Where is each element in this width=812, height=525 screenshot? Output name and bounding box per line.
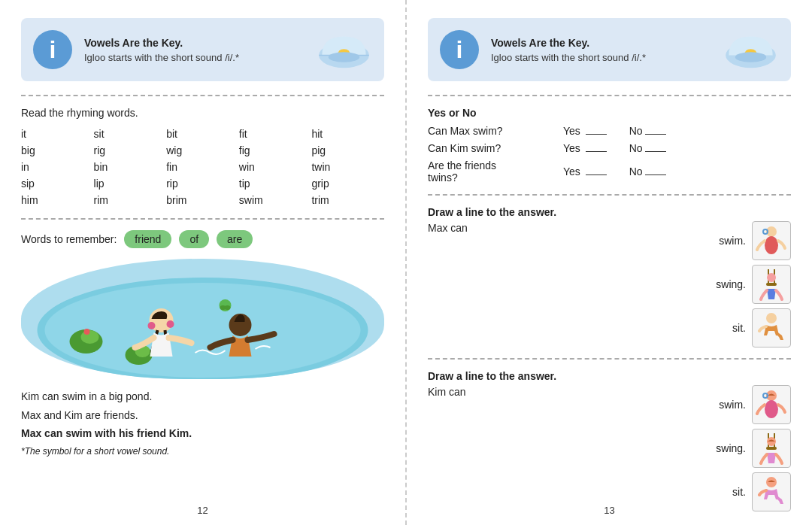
- yes-no-heading: Yes or No: [428, 107, 791, 119]
- max-swim-row: swim.: [708, 221, 791, 260]
- draw-subject-kim: Kim can: [428, 385, 708, 399]
- draw-line-kim: Draw a line to the answer. Kim can swim.: [428, 370, 791, 511]
- divider-2: [21, 218, 384, 220]
- question-2: Can Kim swim?: [428, 142, 563, 154]
- svg-point-31: [765, 400, 778, 418]
- question-3: Are the friendstwins?: [428, 159, 563, 184]
- blank-yes-3[interactable]: [586, 174, 607, 175]
- sentences: Kim can swim in a big pond. Max and Kim …: [21, 390, 384, 458]
- wtr-word-friend: friend: [124, 230, 171, 248]
- answer-no-2: No: [629, 142, 666, 154]
- max-swim-img: [752, 221, 791, 260]
- header-text-left: Vowels Are the Key. Igloo starts with th…: [84, 37, 316, 63]
- divider-right-1: [428, 95, 791, 96]
- right-header: i Vowels Are the Key. Igloo starts with …: [428, 18, 791, 81]
- wtr-word-are: are: [217, 230, 253, 248]
- draw-line-max-content: Max can swim.: [428, 221, 791, 347]
- svg-point-29: [766, 313, 777, 323]
- kim-swing-label: swing.: [708, 442, 746, 454]
- answer-yes-2: Yes: [563, 142, 607, 154]
- max-swim-label: swim.: [708, 235, 746, 247]
- max-sit-row: sit.: [708, 308, 791, 347]
- divider-right-2: [428, 194, 791, 196]
- max-sit-label: sit.: [708, 322, 746, 334]
- svg-point-16: [167, 320, 174, 328]
- blank-no-3[interactable]: [645, 174, 666, 175]
- kim-swim-img: [752, 385, 791, 424]
- question-1: Can Max swim?: [428, 125, 563, 137]
- kim-swing-row: swing.: [708, 429, 791, 468]
- draw-line-kim-heading: Draw a line to the answer.: [428, 370, 791, 382]
- pond-illustration: [21, 259, 384, 379]
- header-subtitle-right: Igloo starts with the short sound /i/.*: [491, 52, 723, 63]
- svg-point-13: [225, 305, 231, 310]
- svg-point-2: [329, 52, 360, 62]
- igloo-right: [723, 27, 779, 72]
- svg-point-20: [735, 52, 767, 62]
- rhyming-table: itsitbitfithit bigrigwigfigpig inbinfinw…: [21, 126, 384, 208]
- answer-yes-1: Yes: [563, 125, 607, 137]
- svg-point-15: [148, 322, 156, 329]
- sentence-2: Max and Kim are friends.: [21, 408, 384, 423]
- svg-point-33: [763, 393, 768, 398]
- subject-kim: Kim can: [428, 386, 466, 398]
- draw-subject-max: Max can: [428, 221, 708, 235]
- kim-sit-row: sit.: [708, 472, 791, 511]
- kim-swim-row: swim.: [708, 385, 791, 424]
- svg-rect-27: [766, 283, 777, 286]
- page-number-right: 13: [604, 505, 614, 516]
- right-page: i Vowels Are the Key. Igloo starts with …: [407, 0, 812, 525]
- blank-no-2[interactable]: [645, 151, 666, 152]
- divider-1: [21, 95, 384, 96]
- svg-point-28: [767, 273, 776, 282]
- draw-line-max-heading: Draw a line to the answer.: [428, 206, 791, 218]
- svg-point-22: [765, 236, 778, 254]
- svg-point-24: [763, 229, 768, 234]
- svg-rect-36: [766, 447, 777, 450]
- yes-no-section: Yes or No Can Max swim? Yes No Can Kim s…: [428, 107, 791, 184]
- wtr-label: Words to remember:: [21, 233, 117, 245]
- header-subtitle-left: Igloo starts with the short sound /i/.*: [84, 52, 316, 63]
- sentence-footnote: *The symbol for a short vowel sound.: [21, 445, 384, 458]
- yes-no-row-2: Can Kim swim? Yes No: [428, 142, 791, 154]
- wtr-word-of: of: [179, 230, 209, 248]
- left-header: i Vowels Are the Key. Igloo starts with …: [21, 18, 384, 81]
- draw-answers-max: swim. sw: [708, 221, 791, 347]
- book-spread: i Vowels Are the Key. Igloo starts with …: [0, 0, 812, 525]
- header-title-right: Vowels Are the Key.: [491, 37, 723, 49]
- blank-yes-2[interactable]: [586, 151, 607, 152]
- max-swing-row: swing.: [708, 265, 791, 304]
- blank-yes-1[interactable]: [586, 134, 607, 135]
- letter-i-left: i: [33, 30, 72, 69]
- yes-no-row-1: Can Max swim? Yes No: [428, 125, 791, 137]
- left-page: i Vowels Are the Key. Igloo starts with …: [0, 0, 407, 525]
- max-swing-label: swing.: [708, 278, 746, 290]
- blank-no-1[interactable]: [645, 134, 666, 135]
- header-text-right: Vowels Are the Key. Igloo starts with th…: [491, 37, 723, 63]
- answer-no-1: No: [629, 125, 666, 137]
- kim-swing-img: [752, 429, 791, 468]
- answer-no-3: No: [629, 165, 666, 178]
- draw-line-max: Draw a line to the answer. Max can swim.: [428, 206, 791, 347]
- words-to-remember: Words to remember: friend of are: [21, 230, 384, 248]
- page-number-left: 12: [197, 505, 208, 516]
- kim-sit-img: [752, 472, 791, 511]
- svg-point-5: [45, 283, 361, 378]
- max-sit-img: [752, 308, 791, 347]
- igloo-left: [316, 27, 372, 72]
- answer-yes-3: Yes: [563, 165, 607, 178]
- max-swing-img: [752, 265, 791, 304]
- header-title-left: Vowels Are the Key.: [84, 37, 316, 49]
- yes-no-row-3: Are the friendstwins? Yes No: [428, 159, 791, 184]
- kim-swim-label: swim.: [708, 399, 746, 411]
- svg-point-11: [220, 299, 232, 311]
- kim-sit-label: sit.: [708, 486, 746, 498]
- draw-answers-kim: swim.: [708, 385, 791, 511]
- letter-i-right: i: [440, 30, 479, 69]
- svg-point-7: [81, 330, 99, 344]
- divider-right-3: [428, 358, 791, 360]
- rhyming-section-title: Read the rhyming words.: [21, 107, 384, 119]
- sentence-3: Max can swim with his friend Kim.: [21, 426, 384, 442]
- draw-line-kim-content: Kim can swim.: [428, 385, 791, 511]
- subject-max: Max can: [428, 222, 468, 234]
